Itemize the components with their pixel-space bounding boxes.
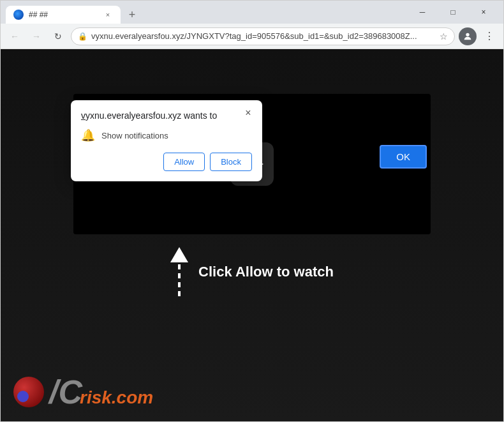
- minimize-button[interactable]: ─: [408, 3, 437, 21]
- title-bar: ## ## × + ─ □ ×: [1, 1, 503, 24]
- address-input[interactable]: 🔒 vyxnu.everalyearsfou.xyz/JYNGXTV?tag_i…: [71, 27, 455, 45]
- arrow-solid-head: [170, 247, 188, 262]
- dialog-domain-rest: yxnu.everalyearsfou.xyz: [85, 110, 181, 121]
- arrow-up-indicator: [170, 247, 188, 296]
- risk-text: risk.com: [80, 388, 153, 408]
- bookmark-icon[interactable]: ☆: [440, 31, 448, 41]
- dialog-close-button[interactable]: ×: [241, 105, 256, 121]
- click-allow-instruction: Click Allow to watch: [170, 247, 334, 296]
- back-button[interactable]: ←: [6, 27, 24, 45]
- menu-button[interactable]: ⋮: [480, 27, 498, 45]
- lock-icon: 🔒: [78, 32, 87, 41]
- refresh-button[interactable]: ↻: [49, 27, 67, 45]
- click-allow-text: Click Allow to watch: [198, 264, 334, 280]
- profile-button[interactable]: [459, 27, 477, 45]
- dialog-permission-row: 🔔 Show notifications: [81, 128, 252, 142]
- dialog-wants-to: wants to: [181, 110, 217, 121]
- tab-favicon: [13, 10, 24, 20]
- permission-label: Show notifications: [101, 131, 168, 140]
- ok-button[interactable]: OK: [380, 145, 427, 169]
- arrow-dashed-tail: [178, 264, 181, 296]
- pc-letters2: C: [58, 375, 80, 409]
- dialog-buttons: Allow Block: [81, 153, 252, 171]
- active-tab[interactable]: ## ## ×: [6, 6, 121, 24]
- address-bar: ← → ↻ 🔒 vyxnu.everalyearsfou.xyz/JYNGXTV…: [1, 24, 503, 49]
- permission-dialog: × vyxnu.everalyearsfou.xyz wants to 🔔 Sh…: [71, 100, 262, 181]
- pcrisk-footer: / C risk.com: [13, 375, 153, 409]
- tab-title: ## ##: [29, 10, 98, 19]
- dialog-title: vyxnu.everalyearsfou.xyz wants to: [81, 110, 252, 121]
- allow-button[interactable]: Allow: [163, 153, 205, 171]
- close-button[interactable]: ×: [469, 3, 498, 21]
- profile-icon: [463, 31, 473, 41]
- browser-window: ## ## × + ─ □ × ← → ↻ 🔒 vyxnu.everalyear…: [0, 0, 504, 422]
- dialog-domain: v: [81, 110, 85, 121]
- logo-blue-dot: [17, 391, 29, 402]
- pc-letters: /: [49, 375, 58, 409]
- pcrisk-logo-text: / C risk.com: [49, 375, 153, 409]
- bell-icon: 🔔: [81, 128, 95, 142]
- pcrisk-logo-icon: [13, 377, 44, 407]
- tab-bar: ## ## × +: [6, 1, 405, 24]
- svg-point-0: [466, 33, 469, 36]
- new-tab-button[interactable]: +: [123, 6, 141, 24]
- page-content: Click Allow to watch / C risk.com OK × v…: [1, 49, 503, 421]
- maximize-button[interactable]: □: [438, 3, 468, 21]
- tab-close-button[interactable]: ×: [103, 10, 113, 20]
- url-text: vyxnu.everalyearsfou.xyz/JYNGXTV?tag_id=…: [91, 31, 436, 41]
- forward-button[interactable]: →: [27, 27, 45, 45]
- window-controls: ─ □ ×: [408, 3, 498, 21]
- block-button[interactable]: Block: [210, 153, 252, 171]
